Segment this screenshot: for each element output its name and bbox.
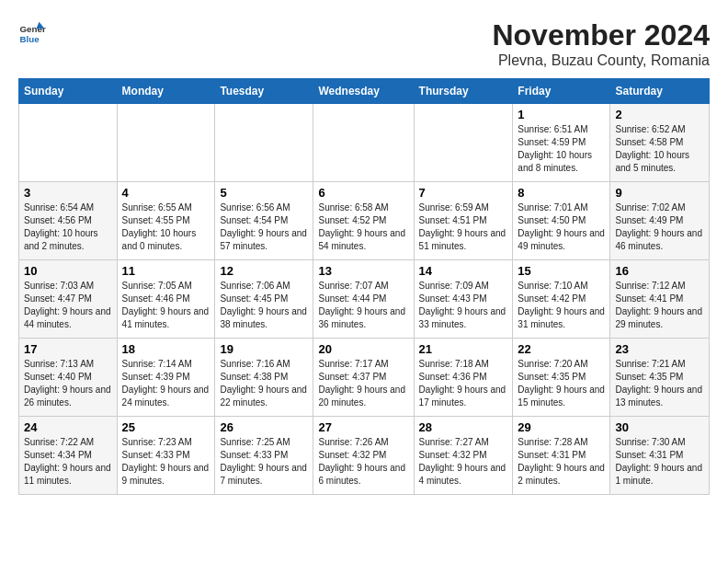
header-day-sunday: Sunday bbox=[19, 79, 118, 104]
day-number: 9 bbox=[615, 186, 704, 200]
day-number: 30 bbox=[615, 420, 704, 434]
day-number: 8 bbox=[518, 186, 605, 200]
header-row: SundayMondayTuesdayWednesdayThursdayFrid… bbox=[19, 79, 710, 104]
day-info: Sunrise: 7:09 AM Sunset: 4:43 PM Dayligh… bbox=[419, 280, 508, 331]
day-info: Sunrise: 7:17 AM Sunset: 4:37 PM Dayligh… bbox=[318, 358, 408, 409]
day-info: Sunrise: 7:13 AM Sunset: 4:40 PM Dayligh… bbox=[24, 358, 112, 409]
day-number: 4 bbox=[122, 186, 210, 200]
day-info: Sunrise: 6:55 AM Sunset: 4:55 PM Dayligh… bbox=[122, 201, 210, 253]
day-info: Sunrise: 7:10 AM Sunset: 4:42 PM Dayligh… bbox=[518, 280, 605, 331]
day-info: Sunrise: 6:58 AM Sunset: 4:52 PM Dayligh… bbox=[318, 201, 408, 253]
calendar-cell: 10Sunrise: 7:03 AM Sunset: 4:47 PM Dayli… bbox=[19, 260, 118, 339]
week-row-2: 3Sunrise: 6:54 AM Sunset: 4:56 PM Daylig… bbox=[19, 182, 710, 260]
calendar-cell: 8Sunrise: 7:01 AM Sunset: 4:50 PM Daylig… bbox=[513, 182, 610, 260]
calendar-cell: 27Sunrise: 7:26 AM Sunset: 4:32 PM Dayli… bbox=[313, 417, 414, 495]
day-info: Sunrise: 7:20 AM Sunset: 4:35 PM Dayligh… bbox=[518, 358, 605, 409]
calendar-body: 1Sunrise: 6:51 AM Sunset: 4:59 PM Daylig… bbox=[19, 104, 710, 495]
day-info: Sunrise: 7:02 AM Sunset: 4:49 PM Dayligh… bbox=[615, 201, 704, 253]
title-block: November 2024 Plevna, Buzau County, Roma… bbox=[492, 18, 710, 69]
location-subtitle: Plevna, Buzau County, Romania bbox=[492, 52, 710, 69]
calendar-cell: 18Sunrise: 7:14 AM Sunset: 4:39 PM Dayli… bbox=[117, 339, 215, 417]
day-info: Sunrise: 7:28 AM Sunset: 4:31 PM Dayligh… bbox=[518, 436, 605, 488]
day-number: 17 bbox=[24, 342, 112, 356]
calendar-cell: 19Sunrise: 7:16 AM Sunset: 4:38 PM Dayli… bbox=[215, 339, 313, 417]
calendar-cell: 4Sunrise: 6:55 AM Sunset: 4:55 PM Daylig… bbox=[117, 182, 215, 260]
day-number: 24 bbox=[24, 420, 112, 434]
day-number: 1 bbox=[518, 108, 605, 121]
calendar-cell: 23Sunrise: 7:21 AM Sunset: 4:35 PM Dayli… bbox=[610, 339, 710, 417]
day-number: 27 bbox=[318, 420, 408, 434]
calendar-cell: 21Sunrise: 7:18 AM Sunset: 4:36 PM Dayli… bbox=[414, 339, 513, 417]
calendar-cell: 7Sunrise: 6:59 AM Sunset: 4:51 PM Daylig… bbox=[414, 182, 513, 260]
svg-text:Blue: Blue bbox=[20, 34, 40, 44]
day-number: 22 bbox=[518, 342, 605, 356]
day-info: Sunrise: 7:23 AM Sunset: 4:33 PM Dayligh… bbox=[122, 436, 210, 488]
calendar-cell: 11Sunrise: 7:05 AM Sunset: 4:46 PM Dayli… bbox=[117, 260, 215, 339]
week-row-4: 17Sunrise: 7:13 AM Sunset: 4:40 PM Dayli… bbox=[19, 339, 710, 417]
day-number: 15 bbox=[518, 264, 605, 278]
month-year-title: November 2024 bbox=[492, 18, 710, 52]
week-row-1: 1Sunrise: 6:51 AM Sunset: 4:59 PM Daylig… bbox=[19, 104, 710, 182]
calendar-cell: 12Sunrise: 7:06 AM Sunset: 4:45 PM Dayli… bbox=[215, 260, 313, 339]
day-number: 19 bbox=[220, 342, 308, 356]
day-info: Sunrise: 6:54 AM Sunset: 4:56 PM Dayligh… bbox=[24, 201, 112, 253]
day-info: Sunrise: 7:06 AM Sunset: 4:45 PM Dayligh… bbox=[220, 280, 308, 331]
day-info: Sunrise: 6:52 AM Sunset: 4:58 PM Dayligh… bbox=[615, 123, 704, 175]
day-info: Sunrise: 7:07 AM Sunset: 4:44 PM Dayligh… bbox=[318, 280, 408, 331]
day-number: 6 bbox=[318, 186, 408, 200]
header-day-saturday: Saturday bbox=[610, 79, 710, 104]
calendar-cell: 3Sunrise: 6:54 AM Sunset: 4:56 PM Daylig… bbox=[19, 182, 118, 260]
day-info: Sunrise: 7:27 AM Sunset: 4:32 PM Dayligh… bbox=[419, 436, 508, 488]
day-info: Sunrise: 7:12 AM Sunset: 4:41 PM Dayligh… bbox=[615, 280, 704, 331]
day-info: Sunrise: 7:26 AM Sunset: 4:32 PM Dayligh… bbox=[318, 436, 408, 488]
header-day-monday: Monday bbox=[117, 79, 215, 104]
calendar-cell: 1Sunrise: 6:51 AM Sunset: 4:59 PM Daylig… bbox=[513, 104, 610, 182]
calendar-cell: 29Sunrise: 7:28 AM Sunset: 4:31 PM Dayli… bbox=[513, 417, 610, 495]
day-number: 26 bbox=[220, 420, 308, 434]
week-row-5: 24Sunrise: 7:22 AM Sunset: 4:34 PM Dayli… bbox=[19, 417, 710, 495]
day-info: Sunrise: 7:25 AM Sunset: 4:33 PM Dayligh… bbox=[220, 436, 308, 488]
calendar-cell bbox=[117, 104, 215, 182]
header-day-tuesday: Tuesday bbox=[215, 79, 313, 104]
calendar-cell: 30Sunrise: 7:30 AM Sunset: 4:31 PM Dayli… bbox=[610, 417, 710, 495]
day-info: Sunrise: 6:56 AM Sunset: 4:54 PM Dayligh… bbox=[220, 201, 308, 253]
calendar-cell: 9Sunrise: 7:02 AM Sunset: 4:49 PM Daylig… bbox=[610, 182, 710, 260]
calendar-cell: 2Sunrise: 6:52 AM Sunset: 4:58 PM Daylig… bbox=[610, 104, 710, 182]
header-day-friday: Friday bbox=[513, 79, 610, 104]
day-number: 5 bbox=[220, 186, 308, 200]
calendar-cell: 28Sunrise: 7:27 AM Sunset: 4:32 PM Dayli… bbox=[414, 417, 513, 495]
svg-text:General: General bbox=[20, 24, 47, 34]
calendar-cell: 25Sunrise: 7:23 AM Sunset: 4:33 PM Dayli… bbox=[117, 417, 215, 495]
day-number: 23 bbox=[615, 342, 704, 356]
day-number: 3 bbox=[24, 186, 112, 200]
day-number: 7 bbox=[419, 186, 508, 200]
day-number: 29 bbox=[518, 420, 605, 434]
logo-icon: General Blue bbox=[18, 18, 46, 46]
calendar-cell: 17Sunrise: 7:13 AM Sunset: 4:40 PM Dayli… bbox=[19, 339, 118, 417]
day-number: 10 bbox=[24, 264, 112, 278]
day-number: 2 bbox=[615, 108, 704, 121]
calendar-cell: 13Sunrise: 7:07 AM Sunset: 4:44 PM Dayli… bbox=[313, 260, 414, 339]
calendar-cell: 16Sunrise: 7:12 AM Sunset: 4:41 PM Dayli… bbox=[610, 260, 710, 339]
day-number: 13 bbox=[318, 264, 408, 278]
page-header: General Blue November 2024 Plevna, Buzau… bbox=[18, 18, 710, 69]
day-number: 16 bbox=[615, 264, 704, 278]
day-info: Sunrise: 7:05 AM Sunset: 4:46 PM Dayligh… bbox=[122, 280, 210, 331]
calendar-cell: 22Sunrise: 7:20 AM Sunset: 4:35 PM Dayli… bbox=[513, 339, 610, 417]
logo: General Blue bbox=[18, 18, 46, 46]
day-number: 11 bbox=[122, 264, 210, 278]
day-info: Sunrise: 7:22 AM Sunset: 4:34 PM Dayligh… bbox=[24, 436, 112, 488]
calendar-cell: 5Sunrise: 6:56 AM Sunset: 4:54 PM Daylig… bbox=[215, 182, 313, 260]
day-info: Sunrise: 7:16 AM Sunset: 4:38 PM Dayligh… bbox=[220, 358, 308, 409]
day-number: 14 bbox=[419, 264, 508, 278]
header-day-thursday: Thursday bbox=[414, 79, 513, 104]
calendar-cell bbox=[313, 104, 414, 182]
calendar-cell bbox=[19, 104, 118, 182]
day-info: Sunrise: 7:14 AM Sunset: 4:39 PM Dayligh… bbox=[122, 358, 210, 409]
header-day-wednesday: Wednesday bbox=[313, 79, 414, 104]
day-number: 18 bbox=[122, 342, 210, 356]
day-number: 20 bbox=[318, 342, 408, 356]
day-info: Sunrise: 7:01 AM Sunset: 4:50 PM Dayligh… bbox=[518, 201, 605, 253]
calendar-cell bbox=[414, 104, 513, 182]
day-number: 28 bbox=[419, 420, 508, 434]
